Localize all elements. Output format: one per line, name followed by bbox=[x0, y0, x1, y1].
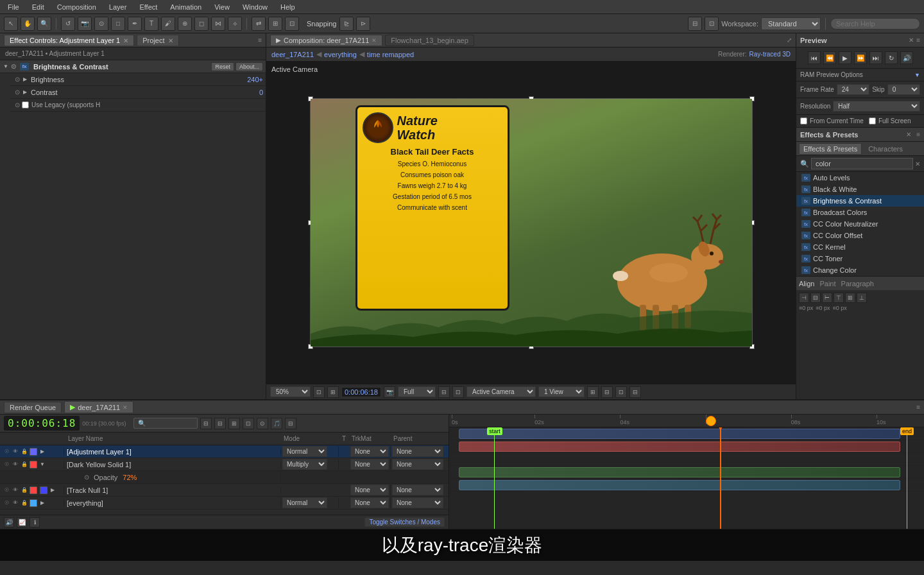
effects-search-input[interactable] bbox=[811, 158, 913, 169]
layer-3-color[interactable] bbox=[30, 486, 37, 494]
ep-tab-effects[interactable]: Effects & Presets bbox=[799, 143, 862, 155]
full-screen-checkbox[interactable] bbox=[869, 117, 876, 124]
comp-tb-btn-2[interactable]: ⊡ bbox=[452, 386, 464, 398]
bc-expand[interactable]: ▼ bbox=[3, 64, 9, 70]
layer-2-solo[interactable]: ☉ bbox=[3, 461, 10, 468]
contrast-value[interactable]: 0 bbox=[237, 89, 263, 96]
panel-menu[interactable]: ≡ bbox=[258, 37, 262, 44]
camera-tool[interactable]: 📷 bbox=[78, 17, 92, 31]
timecode[interactable]: 0:00:06:18 bbox=[4, 416, 80, 431]
comp-tb-btn-1[interactable]: ⊟ bbox=[438, 386, 450, 398]
help-search[interactable] bbox=[830, 18, 920, 30]
tl-btn-2[interactable]: ⊟ bbox=[214, 418, 226, 429]
layer-4-vis[interactable]: 👁 bbox=[12, 499, 19, 507]
breadcrumb-comp[interactable]: deer_17A211 bbox=[271, 51, 314, 58]
comp-btn-3[interactable]: ⊡ bbox=[285, 17, 299, 31]
layer-adjustment[interactable]: ☉ 👁 🔒 ▶ [Adjustment Layer 1] Normal bbox=[0, 445, 449, 458]
menu-file[interactable]: File bbox=[5, 2, 22, 12]
timeline-tab[interactable]: ▶ deer_17A211 ✕ bbox=[64, 401, 133, 413]
layer-4-mode-select[interactable]: Normal bbox=[282, 497, 327, 508]
snapping-options[interactable]: ⊳ bbox=[356, 17, 370, 31]
menu-animation[interactable]: Animation bbox=[167, 2, 204, 12]
toggle-switches[interactable]: Toggle Switches / Modes bbox=[364, 517, 445, 527]
bc-about[interactable]: About... bbox=[235, 62, 263, 71]
layer-2-vis[interactable]: 👁 bbox=[12, 461, 19, 468]
align-center-h[interactable]: ⊟ bbox=[810, 293, 821, 303]
contrast-stopwatch[interactable]: ⊙ bbox=[13, 88, 22, 97]
step-back-btn[interactable]: ⏪ bbox=[823, 51, 836, 64]
align-bottom[interactable]: ⊥ bbox=[857, 293, 867, 303]
ep-tab-characters[interactable]: Characters bbox=[864, 144, 907, 154]
layer-2-parent-select[interactable]: None bbox=[392, 459, 443, 470]
skip-forward-btn[interactable]: ⏭ bbox=[869, 51, 882, 64]
audio-btn[interactable]: 🔊 bbox=[900, 51, 913, 64]
layout-btn-1[interactable]: ⊞ bbox=[587, 386, 599, 398]
frame-rate-select[interactable]: 24 bbox=[837, 84, 869, 95]
comp-viewer[interactable]: Active Camera bbox=[266, 62, 796, 384]
project-close[interactable]: ✕ bbox=[168, 37, 173, 44]
layer-3-name[interactable]: [Track Null 1] bbox=[64, 486, 281, 494]
layer-2-mode-select[interactable]: Multiply bbox=[282, 459, 327, 470]
layer-2-name[interactable]: [Dark Yellow Solid 1] bbox=[64, 461, 281, 468]
playhead[interactable] bbox=[720, 427, 721, 529]
comp-btn-2[interactable]: ⊞ bbox=[268, 17, 282, 31]
camera-icon[interactable]: 📷 bbox=[384, 386, 395, 398]
layer-3-lock[interactable]: 🔒 bbox=[21, 486, 28, 494]
brightness-stopwatch[interactable]: ⊙ bbox=[13, 75, 22, 84]
effect-cc-kernel[interactable]: fx CC Kernel bbox=[796, 241, 924, 253]
paint-tab[interactable]: Paint bbox=[819, 280, 835, 288]
resolution-select[interactable]: Half bbox=[833, 101, 920, 112]
layer-4-color[interactable] bbox=[30, 499, 37, 507]
layer-3-parent-select[interactable]: None bbox=[392, 485, 443, 495]
hand-tool[interactable]: ✋ bbox=[21, 17, 35, 31]
effect-cc-toner[interactable]: fx CC Toner bbox=[796, 253, 924, 264]
comp-tab-close[interactable]: ✕ bbox=[372, 37, 377, 44]
layer-2-expand[interactable]: ▼ bbox=[38, 461, 46, 468]
layer-2-color[interactable] bbox=[30, 461, 37, 468]
type-tool[interactable]: T bbox=[144, 17, 158, 31]
tl-btn-4[interactable]: ⊡ bbox=[243, 418, 254, 429]
selection-tool[interactable]: ↖ bbox=[4, 17, 18, 31]
layer-4-expand[interactable]: ▶ bbox=[38, 499, 46, 507]
paragraph-tab[interactable]: Paragraph bbox=[841, 280, 874, 288]
brightness-expand[interactable]: ▶ bbox=[22, 76, 28, 83]
bc-reset[interactable]: Reset bbox=[211, 62, 234, 71]
quality-select[interactable]: Full bbox=[398, 386, 436, 397]
effect-controls-tab[interactable]: Effect Controls: Adjustment Layer 1 ✕ bbox=[4, 35, 134, 46]
align-top[interactable]: ⊤ bbox=[834, 293, 844, 303]
bar-tracknull[interactable] bbox=[459, 467, 900, 477]
from-current-checkbox[interactable] bbox=[800, 117, 807, 124]
audio-icon[interactable]: 🔊 bbox=[4, 517, 14, 528]
opacity-stopwatch[interactable]: ⊙ bbox=[82, 473, 91, 482]
workspace-select[interactable]: Standard bbox=[761, 17, 821, 30]
layer-4-solo[interactable]: ☉ bbox=[3, 499, 10, 507]
contrast-expand[interactable]: ▶ bbox=[22, 89, 28, 96]
menu-layer[interactable]: Layer bbox=[107, 2, 130, 12]
effect-cc-color-offset[interactable]: fx CC Color Offset bbox=[796, 230, 924, 241]
tl-btn-1[interactable]: ⊟ bbox=[200, 418, 212, 429]
eraser-tool[interactable]: ◻ bbox=[194, 17, 209, 31]
tl-btn-7[interactable]: ⊟ bbox=[285, 418, 296, 429]
bar-adjustment[interactable] bbox=[459, 429, 900, 439]
skip-select[interactable]: 0 bbox=[887, 84, 920, 95]
menu-edit[interactable]: Edit bbox=[30, 2, 47, 12]
tl-btn-3[interactable]: ⊞ bbox=[228, 418, 240, 429]
snapping-toggle[interactable]: ⊵ bbox=[339, 17, 354, 31]
align-tab[interactable]: Align bbox=[799, 280, 814, 288]
layer-1-trkmat-select[interactable]: None bbox=[350, 446, 389, 457]
layer-3-vis[interactable]: 👁 bbox=[12, 486, 19, 494]
grid-btn[interactable]: ⊞ bbox=[327, 386, 339, 398]
preview-close[interactable]: ✕ bbox=[909, 37, 914, 44]
graph-icon[interactable]: 📈 bbox=[17, 517, 27, 528]
layer-3-expand[interactable]: ▶ bbox=[49, 486, 56, 494]
layer-4-lock[interactable]: 🔒 bbox=[21, 499, 28, 507]
menu-effect[interactable]: Effect bbox=[137, 2, 160, 12]
layer-3-color2[interactable] bbox=[40, 486, 47, 494]
breadcrumb-timeremapped[interactable]: time remapped bbox=[367, 51, 414, 58]
comp-icon[interactable]: ⊟ bbox=[688, 17, 702, 31]
comp-tab-active[interactable]: ▶ Composition: deer_17A211 ✕ bbox=[270, 35, 382, 46]
effects-menu[interactable]: ≡ bbox=[916, 131, 920, 138]
layer-tracknull[interactable]: ☉ 👁 🔒 ▶ [Track Null 1] bbox=[0, 484, 449, 497]
play-btn play[interactable]: ▶ bbox=[839, 51, 851, 64]
ram-dropdown[interactable]: ▼ bbox=[914, 72, 920, 78]
